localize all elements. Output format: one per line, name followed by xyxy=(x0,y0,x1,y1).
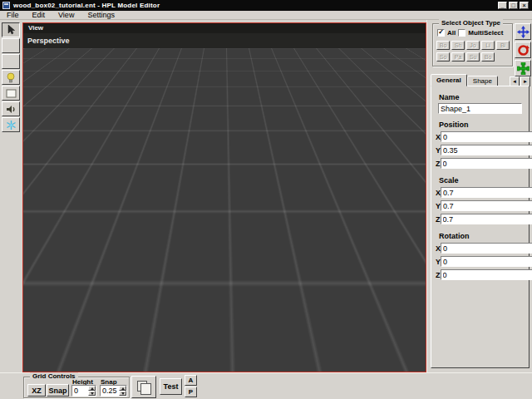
grid-controls-group: Grid Controls XZ Snap Height Snap sep. xyxy=(23,377,130,398)
particles-tool-button[interactable] xyxy=(2,117,20,132)
scale-x-input[interactable] xyxy=(441,188,532,197)
grid-controls-title: Grid Controls xyxy=(30,372,78,381)
viewport[interactable]: View xyxy=(22,22,426,372)
move-icon xyxy=(517,26,530,38)
test-button[interactable]: Test xyxy=(160,378,182,395)
multiselect-checkbox[interactable] xyxy=(458,29,466,37)
menu-edit[interactable]: Edit xyxy=(26,11,52,20)
rotation-y-input[interactable] xyxy=(441,257,532,266)
hpl-model-editor-window: wood_box02_tutorial.ent - HPL Model Edit… xyxy=(0,0,532,399)
app-icon xyxy=(2,2,10,9)
rotation-z-input[interactable] xyxy=(441,270,532,279)
scale-z-input[interactable] xyxy=(441,214,532,224)
maximize-button[interactable]: □ xyxy=(509,2,518,9)
crate-front-dark-streak xyxy=(201,135,212,240)
close-button[interactable]: × xyxy=(520,2,529,9)
menu-file[interactable]: File xyxy=(0,11,26,20)
type-button-bodies[interactable]: Bo xyxy=(436,41,450,50)
grid-plane-xz-button[interactable]: XZ xyxy=(27,384,46,397)
billboard-icon xyxy=(6,89,17,98)
right-panel: Select Object Type ✓ All MultiSelect Bo … xyxy=(426,20,532,372)
grid-height-input[interactable] xyxy=(72,386,88,396)
particles-icon xyxy=(6,120,17,131)
type-button-particles[interactable]: Pa xyxy=(451,52,465,62)
tab-general[interactable]: General xyxy=(431,74,467,86)
menu-settings[interactable]: Settings xyxy=(81,11,121,20)
position-z-input[interactable] xyxy=(441,159,532,168)
name-fieldbox xyxy=(438,103,522,114)
left-toolbar xyxy=(0,20,22,372)
p-toggle-button[interactable]: P xyxy=(185,387,197,397)
position-x-input[interactable] xyxy=(441,132,532,141)
lights-tool-button[interactable] xyxy=(2,70,20,85)
type-button-joints[interactable]: Jo xyxy=(466,41,480,50)
scene-3d[interactable]: Perspective xyxy=(23,33,426,372)
a-toggle-button[interactable]: A xyxy=(185,375,197,386)
minimize-button[interactable]: _ xyxy=(498,2,507,9)
sounds-tool-button[interactable] xyxy=(2,101,20,116)
type-button-shapes[interactable]: Sh xyxy=(451,41,465,50)
snap-sep-spin-down[interactable] xyxy=(119,391,126,396)
select-tool-button[interactable] xyxy=(2,22,20,37)
speaker-icon xyxy=(6,105,17,114)
billboards-tool-button[interactable] xyxy=(2,86,20,101)
name-label: Name xyxy=(439,93,529,101)
rotate-icon xyxy=(517,44,530,57)
scale-y-input[interactable] xyxy=(441,201,532,210)
menu-view[interactable]: View xyxy=(52,11,81,20)
position-label: Position xyxy=(439,121,529,129)
entities-tool-button[interactable] xyxy=(2,38,20,53)
grid-height-spin-down[interactable] xyxy=(88,391,96,396)
property-tabs: General Shape ◄ ► xyxy=(431,74,530,86)
lightbulb-icon xyxy=(6,72,16,83)
crate-model[interactable] xyxy=(131,66,318,243)
title-bar: wood_box02_tutorial.ent - HPL Model Edit… xyxy=(0,0,532,11)
grid-snap-button[interactable]: Snap xyxy=(47,384,69,397)
type-button-submeshes[interactable]: Su xyxy=(466,52,480,62)
type-button-lights[interactable]: Li xyxy=(481,41,495,50)
translate-mode-button[interactable] xyxy=(515,23,531,40)
camera-mode-label: Perspective xyxy=(27,37,70,45)
bottom-bar: Grid Controls XZ Snap Height Snap sep. T… xyxy=(0,372,532,399)
all-checkbox[interactable]: ✓ xyxy=(437,29,445,37)
duplicate-button[interactable] xyxy=(131,376,156,398)
primitives-tool-button[interactable] xyxy=(2,54,20,69)
type-button-sounds[interactable]: So xyxy=(436,52,450,62)
rotation-label: Rotation xyxy=(439,232,529,240)
name-input[interactable] xyxy=(439,104,521,113)
all-checkbox-label: All xyxy=(447,29,456,37)
duplicate-icon xyxy=(137,381,150,394)
rotate-mode-button[interactable] xyxy=(515,42,531,58)
position-y-input[interactable] xyxy=(441,145,532,155)
type-button-billboards[interactable]: Bi xyxy=(496,41,510,50)
select-object-type-title: Select Object Type xyxy=(439,19,503,27)
type-button-bones[interactable]: Bo xyxy=(481,52,495,62)
multiselect-checkbox-label: MultiSelect xyxy=(468,29,503,37)
rotation-x-input[interactable] xyxy=(441,244,532,253)
pointer-icon xyxy=(6,25,16,35)
window-title: wood_box02_tutorial.ent - HPL Model Edit… xyxy=(13,2,160,9)
check-icon: ✓ xyxy=(438,28,444,36)
viewport-header: View xyxy=(23,23,426,33)
select-object-type-group: Select Object Type ✓ All MultiSelect Bo … xyxy=(432,23,513,66)
scale-icon xyxy=(517,62,530,75)
scale-label: Scale xyxy=(439,176,529,185)
snap-sep-input[interactable] xyxy=(101,386,119,396)
general-tab-page: Name Position X Y Z Scale X xyxy=(431,86,530,368)
